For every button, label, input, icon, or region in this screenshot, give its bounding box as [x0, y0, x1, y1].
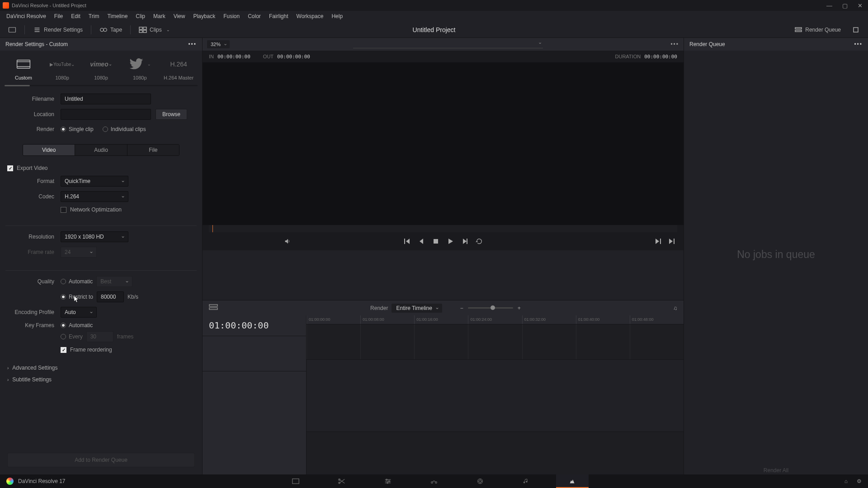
menu-fusion[interactable]: Fusion [220, 12, 243, 20]
deliver-page-icon[interactable] [5, 25, 20, 35]
codec-select[interactable]: H.264 [61, 191, 128, 202]
audio-track[interactable] [307, 360, 684, 432]
menu-davinci[interactable]: DaVinci Resolve [3, 12, 50, 20]
render-label: Render [7, 126, 61, 132]
menu-help[interactable]: Help [328, 12, 346, 20]
next-frame-button[interactable] [461, 238, 468, 245]
preset-custom[interactable]: Custom [5, 57, 42, 81]
render-all-button: Render All [689, 464, 863, 477]
minimize-button[interactable]: — [826, 2, 832, 9]
resolution-select[interactable]: 868 x 488 HD [61, 231, 128, 242]
svg-point-4 [100, 28, 104, 31]
out-label: OUT [263, 54, 274, 59]
play-button[interactable] [447, 238, 454, 245]
svg-rect-2 [35, 29, 40, 30]
maximize-button[interactable]: ▢ [842, 2, 848, 9]
export-video-checkbox[interactable] [7, 165, 13, 171]
individual-clips-radio[interactable] [103, 127, 108, 132]
home-icon[interactable]: ⌂ [844, 478, 848, 484]
queue-options-button[interactable]: ••• [854, 41, 863, 47]
menu-fairlight[interactable]: Fairlight [265, 12, 292, 20]
format-select[interactable]: QuickTime [61, 176, 128, 187]
timeline-ruler[interactable]: 01:00:00:00 01:00:08:00 01:00:16:00 01:0… [307, 315, 684, 324]
source-select[interactable] [353, 40, 543, 48]
render-scope-select[interactable]: Entire Timeline [392, 304, 442, 313]
first-frame-button[interactable] [403, 238, 410, 245]
location-input[interactable] [61, 109, 151, 120]
preset-vimeo[interactable]: vimeo ⌄ 1080p [82, 57, 120, 81]
scrub-bar[interactable] [209, 225, 677, 232]
kf-auto-radio[interactable] [61, 323, 66, 328]
zoom-slider[interactable] [468, 307, 513, 309]
svg-rect-7 [143, 27, 146, 29]
tab-video[interactable]: Video [23, 145, 75, 155]
svg-rect-8 [139, 30, 142, 33]
kf-frames-label: frames [117, 333, 134, 340]
single-clip-radio[interactable] [61, 127, 66, 132]
tab-audio[interactable]: Audio [75, 145, 127, 155]
page-cut[interactable] [326, 474, 358, 488]
zoom-select[interactable]: 32% [207, 40, 230, 48]
timeline-view-icon[interactable] [209, 304, 218, 312]
kf-every-radio[interactable] [61, 334, 66, 339]
menu-timeline[interactable]: Timeline [104, 12, 131, 20]
clips-button[interactable]: Clips⌄ [135, 25, 174, 35]
panel-options-button[interactable]: ••• [188, 41, 197, 47]
video-track[interactable] [307, 324, 684, 360]
page-deliver[interactable] [556, 474, 589, 488]
menu-view[interactable]: View [170, 12, 189, 20]
menu-trim[interactable]: Trim [85, 12, 103, 20]
preset-h264[interactable]: H.264 H.264 Master [160, 57, 198, 81]
menu-file[interactable]: File [51, 12, 66, 20]
preset-twitter[interactable]: ⌄ 1080p [121, 57, 159, 81]
network-opt-checkbox[interactable] [61, 207, 66, 213]
last-frame-button[interactable] [655, 238, 662, 245]
viewer-options-button[interactable]: ••• [670, 41, 679, 47]
menu-mark[interactable]: Mark [150, 12, 169, 20]
browse-button[interactable]: Browse [156, 109, 187, 120]
tab-file[interactable]: File [127, 145, 179, 155]
menu-edit[interactable]: Edit [67, 12, 84, 20]
svg-rect-9 [143, 30, 146, 33]
preset-youtube[interactable]: ▶ YouTube ⌄ 1080p [43, 57, 81, 81]
zoom-in-button[interactable]: + [518, 305, 521, 311]
filename-input[interactable] [61, 94, 151, 104]
menu-color[interactable]: Color [244, 12, 264, 20]
youtube-icon: ▶ YouTube ⌄ [50, 58, 75, 70]
menu-playback[interactable]: Playback [189, 12, 219, 20]
stop-button[interactable] [432, 238, 439, 245]
restrict-to-radio[interactable] [61, 294, 66, 300]
frame-reorder-checkbox[interactable] [61, 347, 66, 353]
zoom-out-button[interactable]: − [460, 305, 463, 311]
playhead[interactable] [212, 225, 213, 232]
audio-icon[interactable]: ♫ [673, 305, 677, 311]
render-queue-button[interactable]: Render Queue [791, 25, 844, 35]
subtitle-settings-expand[interactable]: ›Subtitle Settings [0, 374, 202, 385]
in-timecode: 00:00:00:00 [217, 54, 250, 60]
svg-rect-10 [795, 28, 802, 29]
advanced-settings-expand[interactable]: ›Advanced Settings [0, 362, 202, 374]
page-fusion[interactable] [418, 474, 450, 488]
restrict-value-input[interactable] [97, 291, 124, 302]
volume-icon[interactable] [284, 238, 291, 245]
expand-button[interactable] [848, 25, 863, 35]
enc-profile-select[interactable]: Auto [61, 307, 97, 318]
preset-scrollbar[interactable] [5, 85, 198, 86]
page-color[interactable] [464, 474, 496, 488]
quality-auto-radio[interactable] [61, 279, 66, 284]
loop-button[interactable] [476, 238, 483, 245]
prev-frame-button[interactable] [418, 238, 425, 245]
menu-clip[interactable]: Clip [132, 12, 149, 20]
page-fairlight[interactable] [510, 474, 542, 488]
render-settings-button[interactable]: Render Settings [29, 25, 86, 35]
filename-label: Filename [7, 96, 61, 102]
page-edit[interactable] [372, 474, 404, 488]
tape-button[interactable]: Tape [96, 25, 126, 35]
menu-workspace[interactable]: Workspace [293, 12, 327, 20]
settings-icon[interactable]: ⚙ [857, 478, 862, 484]
film-icon [15, 58, 32, 70]
close-button[interactable]: ✕ [858, 2, 863, 9]
go-end-button[interactable] [668, 238, 675, 245]
page-media[interactable] [279, 474, 312, 488]
app-logo-icon [6, 478, 14, 485]
